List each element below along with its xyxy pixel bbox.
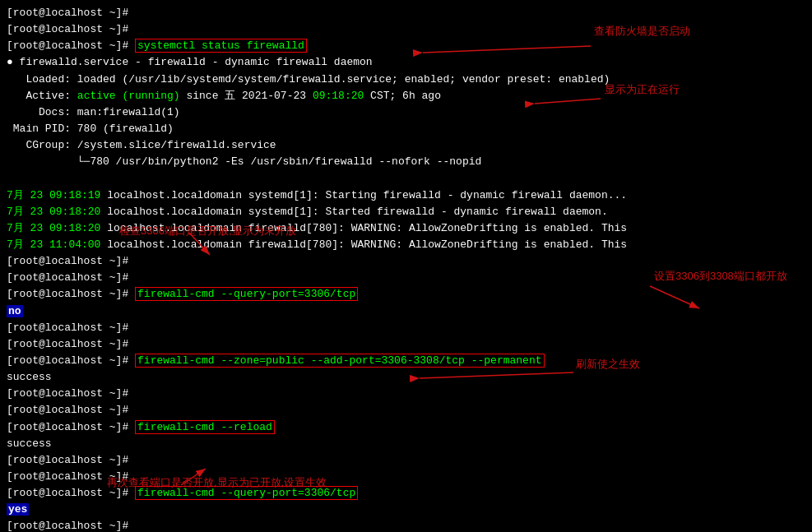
line-11: [7, 170, 805, 187]
output-yes: yes: [7, 503, 29, 516]
cmd-add-port: firewall-cmd --zone=public --add-port=33…: [135, 354, 544, 368]
line-5: Loaded: loaded (/usr/lib/systemd/system/…: [7, 72, 805, 88]
line-7: Docs: man:firewalld(1): [7, 104, 805, 121]
line-8: Main PID: 780 (firewalld): [7, 121, 805, 137]
line-25: [root@localhost ~]#: [7, 402, 805, 419]
line-23: success: [7, 369, 805, 386]
terminal: [root@localhost ~]# [root@localhost ~]# …: [0, 0, 812, 532]
line-31: yes: [7, 502, 805, 518]
active-status: active (running): [77, 90, 180, 102]
line-12: 7月 23 09:18:19 localhost.localdomain sys…: [7, 187, 805, 204]
line-24: [root@localhost ~]#: [7, 386, 805, 402]
line-4: ● firewalld.service - firewalld - dynami…: [7, 54, 805, 71]
cmd-systemctl: systemctl status firewalld: [135, 39, 307, 53]
line-16: [root@localhost ~]#: [7, 253, 805, 270]
line-14: 7月 23 09:18:20 localhost.localdomain fir…: [7, 220, 805, 237]
active-time: 09:18:20: [313, 90, 364, 102]
line-32: [root@localhost ~]#: [7, 518, 805, 532]
line-29: [root@localhost ~]#: [7, 469, 805, 485]
line-26: [root@localhost ~]# firewall-cmd --reloa…: [7, 419, 805, 436]
line-20: [root@localhost ~]#: [7, 320, 805, 336]
line-6: Active: active (running) since 五 2021-07…: [7, 88, 805, 104]
line-19: no: [7, 303, 805, 320]
line-3: [root@localhost ~]# systemctl status fir…: [7, 38, 805, 54]
line-18: [root@localhost ~]# firewall-cmd --query…: [7, 286, 805, 303]
output-no: no: [7, 305, 23, 317]
line-28: [root@localhost ~]#: [7, 452, 805, 469]
line-17: [root@localhost ~]#: [7, 270, 805, 286]
line-21: [root@localhost ~]#: [7, 336, 805, 353]
line-27: success: [7, 436, 805, 452]
cmd-reload: firewall-cmd --reload: [135, 420, 275, 434]
cmd-query-port-1: firewall-cmd --query-port=3306/tcp: [135, 287, 358, 301]
line-15: 7月 23 11:04:00 localhost.localdomain fir…: [7, 237, 805, 253]
line-9: CGroup: /system.slice/firewalld.service: [7, 137, 805, 154]
cmd-query-port-2: firewall-cmd --query-port=3306/tcp: [135, 486, 358, 500]
line-30: [root@localhost ~]# firewall-cmd --query…: [7, 485, 805, 502]
line-1: [root@localhost ~]#: [7, 5, 805, 21]
line-22: [root@localhost ~]# firewall-cmd --zone=…: [7, 353, 805, 369]
line-2: [root@localhost ~]#: [7, 21, 805, 38]
line-10: └─780 /usr/bin/python2 -Es /usr/sbin/fir…: [7, 154, 805, 170]
line-13: 7月 23 09:18:20 localhost.localdomain sys…: [7, 204, 805, 220]
